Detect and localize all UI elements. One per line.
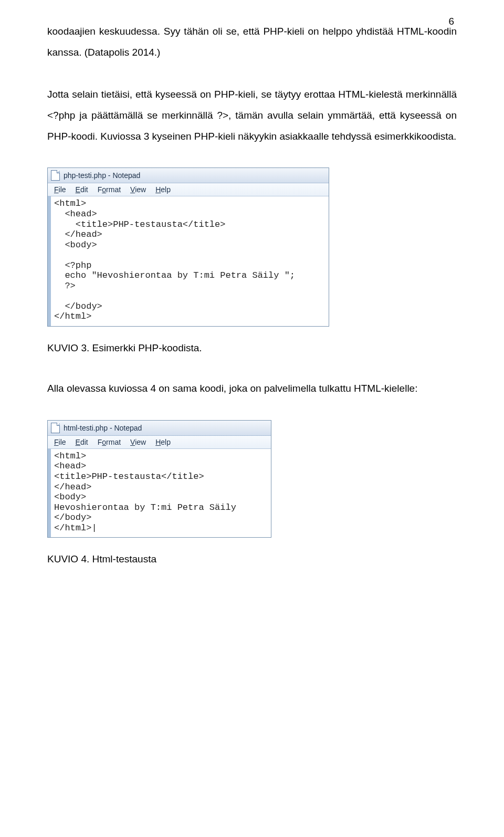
menu-file[interactable]: File	[50, 184, 70, 195]
menu-help[interactable]: Help	[151, 184, 175, 195]
notepad-screenshot-1: php-testi.php - Notepad File Edit Format…	[47, 168, 329, 327]
notepad2-titlebar: html-testi.php - Notepad	[48, 421, 271, 436]
notepad2-menubar: File Edit Format View Help	[48, 436, 271, 449]
menu-edit[interactable]: Edit	[71, 184, 92, 195]
menu-view[interactable]: View	[126, 437, 150, 447]
notepad-file-icon	[51, 170, 60, 181]
paragraph-1: koodaajien keskuudessa. Syy tähän oli se…	[47, 21, 457, 63]
menu-view[interactable]: View	[126, 184, 150, 195]
notepad2-code: <html> <head> <title>PHP-testausta</titl…	[51, 449, 239, 537]
page-number: 6	[448, 16, 454, 27]
notepad1-title: php-testi.php - Notepad	[64, 171, 140, 180]
figure-caption-4: KUVIO 4. Html-testausta	[47, 553, 457, 565]
figure-caption-3: KUVIO 3. Esimerkki PHP-koodista.	[47, 342, 457, 354]
menu-file[interactable]: File	[50, 437, 70, 447]
paragraph-3: Alla olevassa kuviossa 4 on sama koodi, …	[47, 378, 457, 399]
notepad-screenshot-2: html-testi.php - Notepad File Edit Forma…	[47, 420, 271, 538]
notepad1-code: <html> <head> <title>PHP-testausta</titl…	[51, 196, 298, 326]
notepad1-titlebar: php-testi.php - Notepad	[48, 168, 329, 183]
paragraph-2: Jotta selain tietäisi, että kyseessä on …	[47, 84, 457, 147]
notepad1-menubar: File Edit Format View Help	[48, 183, 329, 196]
menu-help[interactable]: Help	[151, 437, 175, 447]
notepad2-title: html-testi.php - Notepad	[64, 424, 142, 432]
menu-format[interactable]: Format	[93, 437, 125, 447]
notepad-file-icon	[51, 423, 60, 433]
menu-format[interactable]: Format	[93, 184, 125, 195]
menu-edit[interactable]: Edit	[71, 437, 92, 447]
